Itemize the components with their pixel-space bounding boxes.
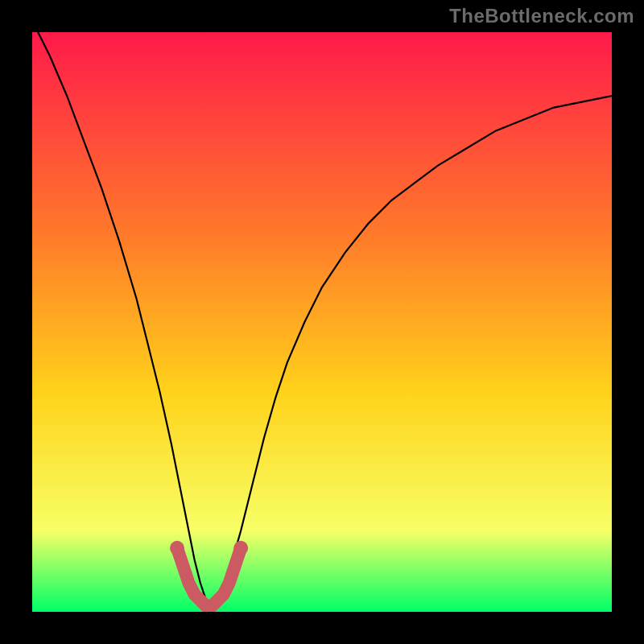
chart-frame: TheBottleneck.com <box>0 0 644 644</box>
plot-area <box>32 32 612 612</box>
marker-endpoint <box>233 541 248 555</box>
plot-svg <box>32 32 612 612</box>
watermark-text: TheBottleneck.com <box>449 5 634 27</box>
marker-endpoint <box>170 541 184 555</box>
